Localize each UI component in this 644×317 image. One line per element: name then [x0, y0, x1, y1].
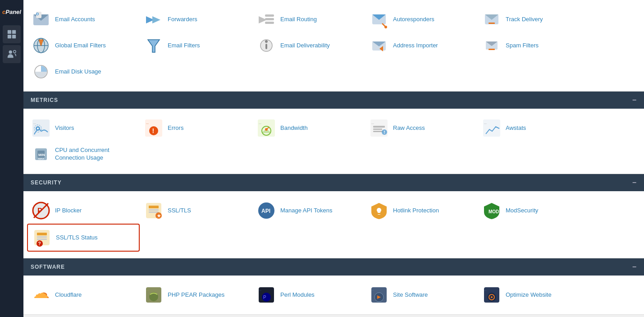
ssl-tls-item[interactable]: ★ SSL/TLS	[140, 198, 252, 224]
perl-modules-label: Perl Modules	[280, 291, 315, 299]
svg-rect-73	[149, 206, 159, 208]
svg-point-104	[491, 296, 493, 298]
forwarders-item[interactable]: Forwarders	[140, 6, 252, 32]
autoresponders-icon	[370, 10, 388, 29]
perl-modules-icon: ··· P	[257, 285, 276, 304]
email-deliverability-icon	[257, 36, 276, 55]
spam-filters-icon	[482, 36, 501, 55]
modsecurity-icon: MOD	[482, 201, 501, 220]
svg-text:···: ···	[146, 289, 149, 292]
cloudflare-item[interactable]: Cloudflare	[27, 282, 140, 308]
email-accounts-item[interactable]: Email Accounts	[27, 6, 140, 32]
autoresponders-label: Autoresponders	[393, 16, 434, 23]
ssl-tls-status-item[interactable]: ? SSL/TLS Status	[27, 224, 140, 252]
metrics-title: METRICS	[31, 97, 58, 103]
raw-access-item[interactable]: ··· Raw Access	[365, 115, 478, 141]
svg-text:···: ···	[371, 289, 374, 292]
cpu-concurrent-label: CPU and Concurrent Connection Usage	[55, 147, 110, 162]
ip-blocker-item[interactable]: P IP Blocker	[27, 198, 140, 224]
svg-rect-85	[37, 233, 47, 235]
email-filters-icon	[144, 36, 163, 55]
svg-rect-39	[489, 49, 495, 50]
errors-label: Errors	[168, 124, 183, 132]
svg-text:···: ···	[484, 122, 487, 125]
cloudflare-icon	[32, 285, 50, 304]
svg-rect-2	[8, 35, 11, 38]
hotlink-protection-icon	[370, 201, 388, 220]
svg-rect-15	[265, 18, 274, 20]
svg-rect-14	[265, 14, 274, 17]
svg-point-5	[14, 51, 16, 53]
optimize-website-icon: ···	[482, 285, 501, 304]
errors-icon: ··· !	[144, 119, 163, 138]
email-items: Email Accounts Forwarders	[23, 0, 644, 92]
svg-rect-86	[37, 236, 47, 238]
email-routing-icon	[257, 10, 276, 29]
ssl-tls-icon: ★	[144, 201, 163, 220]
bandwidth-icon: ···	[257, 119, 276, 138]
software-section: SOFTWARE − Cloudflare ···	[23, 258, 644, 315]
optimize-website-label: Optimize Website	[506, 291, 552, 299]
svg-text:API: API	[261, 208, 270, 214]
global-email-filters-label: Global Email Filters	[55, 42, 106, 50]
email-filters-item[interactable]: Email Filters	[140, 32, 252, 59]
raw-access-icon: ···	[370, 119, 388, 138]
site-software-item[interactable]: ··· Site Software	[365, 282, 478, 308]
svg-rect-22	[489, 23, 495, 24]
cpu-concurrent-item[interactable]: MIN MAX CPU and Concurrent Connection Us…	[27, 141, 140, 167]
raw-access-label: Raw Access	[393, 124, 425, 132]
address-importer-item[interactable]: Address Importer	[365, 32, 478, 59]
site-software-icon: ···	[370, 285, 388, 304]
email-routing-item[interactable]: Email Routing	[252, 6, 365, 32]
visitors-item[interactable]: ··· Visitors	[27, 115, 140, 141]
svg-point-10	[37, 14, 38, 15]
metrics-items: ··· Visitors ··· !	[23, 109, 644, 174]
perl-modules-item[interactable]: ··· P Perl Modules	[252, 282, 365, 308]
ip-blocker-icon: P	[32, 201, 50, 220]
software-items: Cloudflare ··· PHP PEAR Packages	[23, 276, 644, 315]
ip-blocker-label: IP Blocker	[55, 207, 82, 215]
email-deliverability-item[interactable]: Email Deliverability	[252, 32, 365, 59]
hotlink-protection-item[interactable]: Hotlink Protection	[365, 198, 478, 224]
manage-api-tokens-label: Manage API Tokens	[280, 207, 332, 215]
bandwidth-item[interactable]: ··· Bandwidth	[252, 115, 365, 141]
sidebar: cPanel	[0, 0, 23, 317]
site-software-label: Site Software	[393, 291, 428, 299]
software-collapse-button[interactable]: −	[632, 263, 637, 271]
global-email-filters-item[interactable]: Global Email Filters	[27, 32, 140, 59]
manage-api-tokens-item[interactable]: API Manage API Tokens	[252, 198, 365, 224]
php-pear-packages-label: PHP PEAR Packages	[168, 291, 224, 299]
awstats-icon: ···	[482, 119, 501, 138]
hotlink-protection-label: Hotlink Protection	[393, 207, 439, 215]
svg-rect-82	[377, 213, 381, 214]
svg-marker-12	[152, 16, 160, 23]
autoresponders-item[interactable]: Autoresponders	[365, 6, 478, 32]
users-nav-button[interactable]	[3, 45, 21, 63]
svg-rect-58	[373, 129, 382, 130]
php-pear-packages-item[interactable]: ··· PHP PEAR Packages	[140, 282, 252, 308]
optimize-website-item[interactable]: ··· Optimize Website	[478, 282, 590, 308]
modsecurity-item[interactable]: MOD ModSecurity	[478, 198, 590, 224]
svg-text:···: ···	[259, 289, 261, 292]
address-importer-label: Address Importer	[393, 42, 438, 50]
awstats-item[interactable]: ··· Awstats	[478, 115, 590, 141]
grid-nav-button[interactable]	[3, 25, 21, 43]
track-delivery-item[interactable]: Track Delivery	[478, 6, 590, 32]
email-routing-label: Email Routing	[280, 16, 317, 23]
metrics-section: METRICS − ··· Visitors	[23, 92, 644, 174]
cpanel-logo: cPanel	[0, 4, 23, 20]
metrics-collapse-button[interactable]: −	[632, 96, 637, 104]
svg-rect-75	[149, 211, 159, 213]
svg-rect-3	[12, 35, 16, 38]
email-section: Email Accounts Forwarders	[23, 0, 644, 92]
email-disk-usage-item[interactable]: Email Disk Usage	[27, 59, 140, 85]
spam-filters-item[interactable]: Spam Filters	[478, 32, 590, 59]
svg-text:···: ···	[33, 122, 36, 125]
errors-item[interactable]: ··· ! Errors	[140, 115, 252, 141]
svg-point-62	[384, 133, 385, 133]
address-importer-icon	[370, 36, 388, 55]
svg-text:···: ···	[259, 122, 261, 125]
software-header: SOFTWARE −	[23, 258, 644, 276]
security-collapse-button[interactable]: −	[632, 179, 637, 187]
modsecurity-label: ModSecurity	[506, 207, 538, 215]
